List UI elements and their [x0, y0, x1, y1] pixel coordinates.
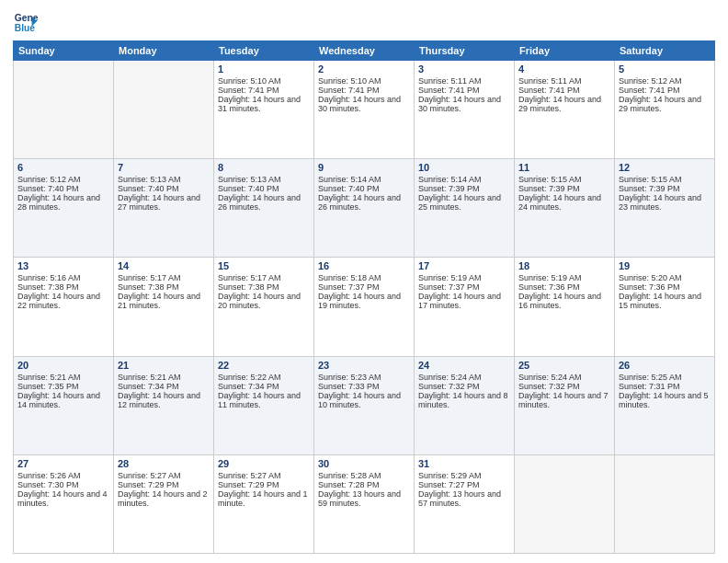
- daylight-text: Daylight: 14 hours and 23 minutes.: [619, 193, 711, 212]
- col-header-saturday: Saturday: [615, 41, 715, 61]
- calendar-cell: [515, 454, 615, 553]
- sunrise-text: Sunrise: 5:10 AM: [318, 76, 410, 86]
- day-number: 16: [318, 260, 410, 271]
- day-number: 21: [118, 360, 210, 371]
- sunrise-text: Sunrise: 5:10 AM: [218, 76, 310, 86]
- calendar-cell: 15Sunrise: 5:17 AMSunset: 7:38 PMDayligh…: [214, 258, 314, 356]
- daylight-text: Daylight: 14 hours and 29 minutes.: [619, 95, 711, 113]
- col-header-thursday: Thursday: [415, 41, 515, 61]
- day-number: 6: [17, 162, 109, 173]
- calendar-cell: 10Sunrise: 5:14 AMSunset: 7:39 PMDayligh…: [415, 159, 515, 258]
- sunrise-text: Sunrise: 5:29 AM: [418, 471, 510, 480]
- logo: General Blue: [13, 9, 39, 35]
- sunset-text: Sunset: 7:39 PM: [418, 184, 510, 193]
- calendar-cell: [615, 454, 715, 553]
- daylight-text: Daylight: 14 hours and 4 minutes.: [17, 489, 109, 508]
- calendar-cell: 16Sunrise: 5:18 AMSunset: 7:37 PMDayligh…: [314, 258, 415, 356]
- daylight-text: Daylight: 14 hours and 19 minutes.: [318, 292, 410, 310]
- calendar-cell: 4Sunrise: 5:11 AMSunset: 7:41 PMDaylight…: [515, 61, 615, 159]
- calendar-cell: 11Sunrise: 5:15 AMSunset: 7:39 PMDayligh…: [515, 159, 615, 258]
- calendar-cell: 13Sunrise: 5:16 AMSunset: 7:38 PMDayligh…: [14, 258, 114, 356]
- sunset-text: Sunset: 7:40 PM: [318, 184, 410, 193]
- day-number: 31: [418, 458, 510, 469]
- sunrise-text: Sunrise: 5:24 AM: [518, 373, 610, 382]
- sunset-text: Sunset: 7:35 PM: [17, 382, 109, 391]
- day-number: 19: [619, 260, 711, 271]
- calendar-cell: 5Sunrise: 5:12 AMSunset: 7:41 PMDaylight…: [615, 61, 715, 159]
- sunrise-text: Sunrise: 5:20 AM: [619, 273, 711, 282]
- day-number: 17: [418, 260, 510, 271]
- day-number: 15: [218, 260, 310, 271]
- calendar-cell: 6Sunrise: 5:12 AMSunset: 7:40 PMDaylight…: [14, 159, 114, 258]
- sunrise-text: Sunrise: 5:22 AM: [218, 373, 310, 382]
- daylight-text: Daylight: 14 hours and 30 minutes.: [318, 95, 410, 113]
- day-number: 13: [17, 260, 109, 271]
- day-number: 3: [418, 63, 510, 75]
- day-number: 20: [17, 360, 109, 371]
- sunset-text: Sunset: 7:32 PM: [418, 382, 510, 391]
- col-header-monday: Monday: [114, 41, 214, 61]
- page: General Blue SundayMondayTuesdayWednesda…: [0, 0, 728, 563]
- day-number: 22: [218, 360, 310, 371]
- daylight-text: Daylight: 14 hours and 11 minutes.: [218, 391, 310, 409]
- col-header-wednesday: Wednesday: [314, 41, 415, 61]
- day-number: 28: [118, 458, 210, 469]
- sunset-text: Sunset: 7:41 PM: [518, 86, 610, 95]
- sunrise-text: Sunrise: 5:12 AM: [619, 76, 711, 86]
- day-number: 26: [619, 360, 711, 371]
- calendar-cell: 27Sunrise: 5:26 AMSunset: 7:30 PMDayligh…: [14, 454, 114, 553]
- sunrise-text: Sunrise: 5:14 AM: [318, 175, 410, 184]
- daylight-text: Daylight: 14 hours and 26 minutes.: [318, 193, 410, 212]
- sunrise-text: Sunrise: 5:17 AM: [118, 273, 210, 282]
- calendar-cell: 23Sunrise: 5:23 AMSunset: 7:33 PMDayligh…: [314, 356, 415, 454]
- calendar-cell: 1Sunrise: 5:10 AMSunset: 7:41 PMDaylight…: [214, 61, 314, 159]
- day-number: 25: [518, 360, 610, 371]
- calendar-cell: 2Sunrise: 5:10 AMSunset: 7:41 PMDaylight…: [314, 61, 415, 159]
- daylight-text: Daylight: 14 hours and 1 minute.: [218, 489, 310, 508]
- calendar-cell: 26Sunrise: 5:25 AMSunset: 7:31 PMDayligh…: [615, 356, 715, 454]
- sunrise-text: Sunrise: 5:21 AM: [118, 373, 210, 382]
- sunset-text: Sunset: 7:27 PM: [418, 480, 510, 489]
- day-number: 5: [619, 63, 711, 75]
- daylight-text: Daylight: 14 hours and 31 minutes.: [218, 95, 310, 113]
- daylight-text: Daylight: 13 hours and 59 minutes.: [318, 489, 410, 508]
- day-number: 27: [17, 458, 109, 469]
- calendar-cell: 30Sunrise: 5:28 AMSunset: 7:28 PMDayligh…: [314, 454, 415, 553]
- sunrise-text: Sunrise: 5:23 AM: [318, 373, 410, 382]
- sunset-text: Sunset: 7:34 PM: [118, 382, 210, 391]
- sunset-text: Sunset: 7:41 PM: [619, 86, 711, 95]
- sunset-text: Sunset: 7:36 PM: [619, 282, 711, 292]
- sunset-text: Sunset: 7:37 PM: [418, 282, 510, 292]
- daylight-text: Daylight: 14 hours and 22 minutes.: [17, 292, 109, 310]
- col-header-sunday: Sunday: [14, 41, 114, 61]
- daylight-text: Daylight: 14 hours and 27 minutes.: [118, 193, 210, 212]
- calendar-cell: 18Sunrise: 5:19 AMSunset: 7:36 PMDayligh…: [515, 258, 615, 356]
- col-header-friday: Friday: [515, 41, 615, 61]
- sunrise-text: Sunrise: 5:11 AM: [418, 76, 510, 86]
- sunrise-text: Sunrise: 5:18 AM: [318, 273, 410, 282]
- sunset-text: Sunset: 7:33 PM: [318, 382, 410, 391]
- calendar-cell: 14Sunrise: 5:17 AMSunset: 7:38 PMDayligh…: [114, 258, 214, 356]
- daylight-text: Daylight: 14 hours and 28 minutes.: [17, 193, 109, 212]
- sunset-text: Sunset: 7:28 PM: [318, 480, 410, 489]
- calendar-cell: 12Sunrise: 5:15 AMSunset: 7:39 PMDayligh…: [615, 159, 715, 258]
- sunset-text: Sunset: 7:29 PM: [118, 480, 210, 489]
- day-number: 1: [218, 63, 310, 75]
- calendar-cell: 3Sunrise: 5:11 AMSunset: 7:41 PMDaylight…: [415, 61, 515, 159]
- daylight-text: Daylight: 14 hours and 17 minutes.: [418, 292, 510, 310]
- calendar-cell: [14, 61, 114, 159]
- daylight-text: Daylight: 14 hours and 10 minutes.: [318, 391, 410, 409]
- day-number: 11: [518, 162, 610, 173]
- sunrise-text: Sunrise: 5:25 AM: [619, 373, 711, 382]
- daylight-text: Daylight: 14 hours and 5 minutes.: [619, 391, 711, 409]
- col-header-tuesday: Tuesday: [214, 41, 314, 61]
- calendar-table: SundayMondayTuesdayWednesdayThursdayFrid…: [13, 40, 715, 554]
- calendar-cell: 28Sunrise: 5:27 AMSunset: 7:29 PMDayligh…: [114, 454, 214, 553]
- sunrise-text: Sunrise: 5:13 AM: [118, 175, 210, 184]
- calendar-cell: 17Sunrise: 5:19 AMSunset: 7:37 PMDayligh…: [415, 258, 515, 356]
- daylight-text: Daylight: 14 hours and 30 minutes.: [418, 95, 510, 113]
- sunrise-text: Sunrise: 5:27 AM: [218, 471, 310, 480]
- sunrise-text: Sunrise: 5:12 AM: [17, 175, 109, 184]
- sunrise-text: Sunrise: 5:27 AM: [118, 471, 210, 480]
- calendar-cell: 29Sunrise: 5:27 AMSunset: 7:29 PMDayligh…: [214, 454, 314, 553]
